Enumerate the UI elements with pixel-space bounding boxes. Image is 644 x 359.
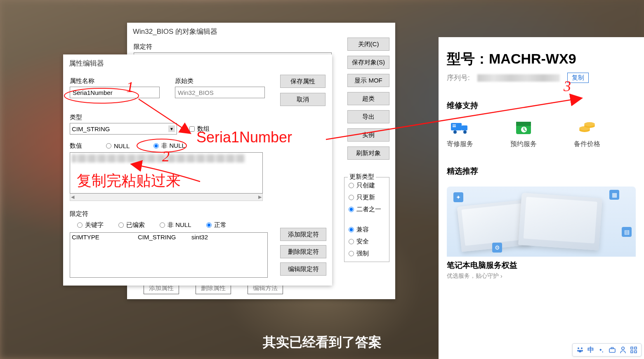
svg-rect-22 [635, 347, 637, 349]
ime-lang-icon[interactable]: 中 [586, 345, 596, 354]
svg-point-12 [584, 122, 595, 126]
laptop-illustration [518, 193, 602, 250]
badge-icon: ⚙ [492, 243, 502, 253]
coins-icon [577, 119, 597, 136]
qradio-keyword[interactable]: 关键字 [77, 221, 104, 229]
save-property-button[interactable]: 保存属性 [280, 75, 326, 88]
svg-rect-23 [631, 351, 633, 353]
orig-class-label: 原始类 [175, 77, 272, 85]
model-line: 型号：MACHR-WX9 [447, 50, 636, 68]
show-mof-button[interactable]: 显示 MOF [347, 74, 389, 87]
save-object-button[interactable]: 保存对象(S) [347, 56, 389, 69]
svg-point-3 [463, 130, 467, 134]
recommend-header: 精选推荐 [447, 166, 636, 177]
badge-icon: ▤ [622, 227, 632, 237]
export-button[interactable]: 导出 [347, 110, 389, 123]
serial-label: 序列号: [447, 73, 470, 83]
svc-reserve[interactable]: 预约服务 [510, 119, 537, 149]
front-qualifier-label: 限定符 [70, 210, 326, 218]
product-info-panel: 型号：MACHR-WX9 序列号: 复制 维修支持 寄修服务 预约服务 备件价格… [439, 37, 644, 359]
chevron-right-icon: › [500, 273, 502, 279]
radio-safe[interactable]: 安全 [349, 238, 385, 246]
svg-rect-1 [462, 125, 467, 130]
support-header: 维修支持 [447, 100, 636, 111]
svg-rect-18 [609, 349, 615, 352]
radio-either[interactable]: 二者之一 [349, 205, 385, 213]
grid-icon[interactable] [629, 345, 639, 354]
qradio-indexed[interactable]: 已编索 [118, 221, 145, 229]
table-row[interactable]: CIMTYPE CIM_STRING sint32 [70, 233, 267, 241]
briefcase-icon[interactable] [607, 345, 617, 354]
delete-qualifier-button[interactable]: 删除限定符 [280, 245, 326, 258]
edit-qualifier-button[interactable]: 编辑限定符 [280, 262, 326, 276]
radio-create-only[interactable]: 只创建 [349, 182, 385, 189]
promo-subtitle[interactable]: 优选服务，贴心守护 › [447, 272, 636, 280]
ime-toolbar[interactable]: 中 •, [572, 343, 642, 357]
svg-rect-0 [451, 123, 462, 130]
value-text-blurred [72, 154, 245, 163]
qradio-notnull[interactable]: 非 NULL [160, 221, 191, 229]
svg-rect-5 [453, 126, 456, 127]
calendar-icon [514, 119, 533, 136]
promo-banner[interactable]: ✦ ▦ ⚙ ▤ [447, 187, 636, 257]
truck-icon [450, 119, 470, 136]
copy-button[interactable]: 复制 [567, 73, 589, 83]
svg-point-14 [581, 347, 583, 349]
radio-null[interactable]: NULL [106, 142, 130, 149]
paw-icon[interactable] [575, 345, 585, 354]
svg-point-2 [453, 130, 457, 134]
promo-title: 笔记本电脑服务权益 [447, 260, 636, 271]
refresh-object-button[interactable]: 刷新对象 [347, 146, 389, 160]
person-icon[interactable] [618, 345, 628, 354]
radio-update-only[interactable]: 只更新 [349, 194, 385, 201]
property-editor-window: 属性编辑器 属性名称 原始类 保存属性 取消 类型 CIM_STRING ▼ [63, 54, 332, 286]
svg-point-17 [579, 350, 582, 352]
update-type-legend: 更新类型 [348, 173, 376, 181]
array-checkbox[interactable]: 数组 [189, 125, 210, 133]
value-textarea[interactable] [70, 152, 263, 194]
value-label: 数值 [70, 142, 82, 150]
svg-rect-19 [611, 347, 613, 349]
badge-icon: ✦ [453, 192, 463, 202]
prop-name-input[interactable] [70, 87, 160, 98]
serial-value-blurred [477, 74, 560, 82]
type-select[interactable]: CIM_STRING ▼ [70, 123, 177, 135]
superclass-button[interactable]: 超类 [347, 92, 389, 105]
front-window-title: 属性编辑器 [63, 54, 332, 72]
separator-icon: •, [597, 345, 606, 354]
radio-compatible[interactable]: 兼容 [349, 226, 385, 234]
svg-point-16 [581, 350, 583, 352]
svg-point-13 [578, 347, 579, 349]
close-button[interactable]: 关闭(C) [347, 38, 389, 51]
badge-icon: ▦ [609, 190, 619, 200]
svc-parts[interactable]: 备件价格 [574, 119, 600, 149]
add-qualifier-button[interactable]: 添加限定符 [280, 228, 326, 241]
svg-point-15 [577, 350, 579, 352]
instance-button[interactable]: 实例 [347, 128, 389, 142]
svg-rect-24 [635, 351, 637, 353]
svg-rect-7 [516, 122, 531, 126]
qradio-normal[interactable]: 正常 [206, 221, 226, 229]
svg-point-20 [622, 347, 624, 350]
radio-force[interactable]: 强制 [349, 250, 385, 257]
prop-name-label: 属性名称 [70, 77, 167, 85]
update-type-group: 更新类型 只创建 只更新 二者之一 兼容 安全 强制 [344, 177, 389, 262]
cancel-button[interactable]: 取消 [280, 93, 326, 106]
radio-not-null[interactable]: 非 NULL [153, 142, 185, 150]
chevron-down-icon: ▼ [168, 125, 175, 132]
qualifier-table[interactable]: CIMTYPE CIM_STRING sint32 [70, 232, 268, 278]
orig-class-input [175, 87, 265, 98]
type-label: 类型 [70, 113, 326, 121]
type-select-value: CIM_STRING [72, 125, 110, 132]
textarea-scrollbar[interactable]: ◀▶ [70, 194, 263, 201]
svg-rect-21 [631, 347, 633, 349]
video-caption: 其实已经看到了答案 [263, 333, 382, 352]
svg-rect-4 [453, 125, 456, 125]
svc-repair[interactable]: 寄修服务 [447, 119, 473, 149]
